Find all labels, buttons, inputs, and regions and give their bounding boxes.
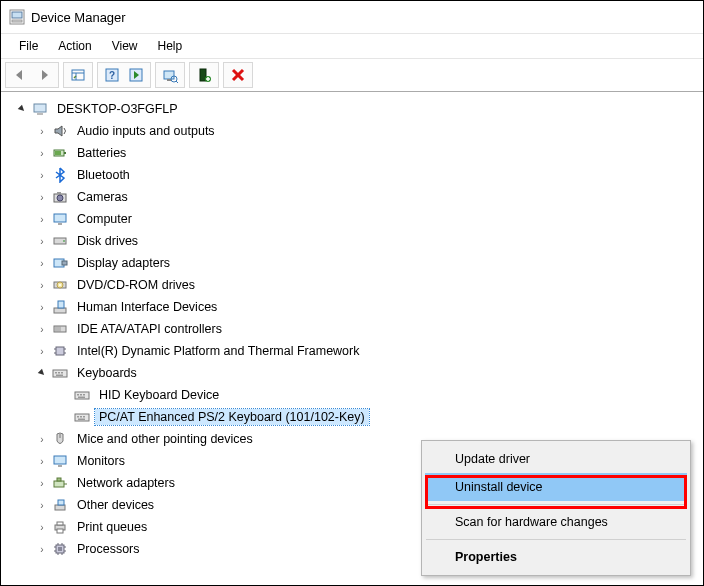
ide-icon <box>51 321 69 337</box>
svg-rect-63 <box>54 456 66 464</box>
tree-pane: DESKTOP-O3FGFLP › Audio inputs and outpu… <box>1 91 703 585</box>
svg-rect-61 <box>78 419 85 421</box>
menu-file[interactable]: File <box>9 34 48 58</box>
expander-icon[interactable]: › <box>35 498 49 512</box>
cpu-icon <box>51 541 69 557</box>
context-menu: Update driver Uninstall device Scan for … <box>421 440 691 576</box>
svg-point-25 <box>57 195 63 201</box>
svg-rect-10 <box>167 79 171 81</box>
expander-icon[interactable]: › <box>35 256 49 270</box>
tree-item-ide[interactable]: › IDE ATA/ATAPI controllers <box>7 318 703 340</box>
expander-icon[interactable] <box>35 366 49 380</box>
svg-rect-3 <box>72 70 84 80</box>
disk-icon <box>51 233 69 249</box>
menu-view[interactable]: View <box>102 34 148 58</box>
app-icon <box>9 9 25 25</box>
svg-line-12 <box>176 81 178 83</box>
expander-icon[interactable]: › <box>35 322 49 336</box>
svg-rect-22 <box>64 152 66 154</box>
tree-item-bluetooth[interactable]: › Bluetooth <box>7 164 703 186</box>
expander-icon[interactable]: › <box>35 278 49 292</box>
hid-icon <box>51 299 69 315</box>
tree-item-display[interactable]: › Display adapters <box>7 252 703 274</box>
battery-icon <box>51 145 69 161</box>
svg-text:?: ? <box>109 70 115 81</box>
menu-uninstall-device[interactable]: Uninstall device <box>425 473 687 501</box>
expander-icon[interactable] <box>15 102 29 116</box>
tree-item-keyboards[interactable]: Keyboards <box>7 362 703 384</box>
separator <box>426 539 686 540</box>
svg-rect-56 <box>78 397 85 399</box>
camera-icon <box>51 189 69 205</box>
expander-icon[interactable]: › <box>35 476 49 490</box>
monitor-icon <box>51 453 69 469</box>
tree-item-label: Human Interface Devices <box>73 299 221 315</box>
tree-item-label: Keyboards <box>73 365 141 381</box>
tree-item-hid-keyboard[interactable]: HID Keyboard Device <box>7 384 703 406</box>
tree-item-hid[interactable]: › Human Interface Devices <box>7 296 703 318</box>
menu-update-driver[interactable]: Update driver <box>425 445 687 473</box>
tree-item-label: IDE ATA/ATAPI controllers <box>73 321 226 337</box>
tree-item-label: Print queues <box>73 519 151 535</box>
other-devices-icon <box>51 497 69 513</box>
svg-rect-74 <box>58 547 62 551</box>
chipset-icon <box>51 343 69 359</box>
optical-drive-icon <box>51 277 69 293</box>
svg-point-30 <box>63 240 65 242</box>
title-bar: Device Manager <box>1 1 703 34</box>
expander-icon[interactable]: › <box>35 168 49 182</box>
tree-root[interactable]: DESKTOP-O3FGFLP <box>7 98 703 120</box>
svg-rect-48 <box>55 372 57 374</box>
expander-icon[interactable]: › <box>35 190 49 204</box>
expander-icon[interactable]: › <box>35 432 49 446</box>
svg-rect-23 <box>55 151 61 155</box>
svg-rect-2 <box>12 20 22 22</box>
show-hide-tree-button[interactable] <box>66 64 90 86</box>
action-button[interactable] <box>124 64 148 86</box>
tree-item-label: Bluetooth <box>73 167 134 183</box>
svg-rect-51 <box>56 375 63 377</box>
expander-icon[interactable]: › <box>35 300 49 314</box>
expander-icon[interactable]: › <box>35 212 49 226</box>
help-button[interactable]: ? <box>100 64 124 86</box>
uninstall-button[interactable] <box>226 64 250 86</box>
svg-rect-54 <box>80 394 82 396</box>
menu-action[interactable]: Action <box>48 34 101 58</box>
expander-icon[interactable]: › <box>35 234 49 248</box>
tree-item-label: DVD/CD-ROM drives <box>73 277 199 293</box>
expander-icon[interactable]: › <box>35 520 49 534</box>
tree-item-ps2-keyboard[interactable]: PC/AT Enhanced PS/2 Keyboard (101/102-Ke… <box>7 406 703 428</box>
tree-item-disk[interactable]: › Disk drives <box>7 230 703 252</box>
tree-item-cameras[interactable]: › Cameras <box>7 186 703 208</box>
back-button[interactable] <box>8 64 32 86</box>
separator <box>426 504 686 505</box>
svg-rect-9 <box>164 71 174 79</box>
tree-item-audio[interactable]: › Audio inputs and outputs <box>7 120 703 142</box>
tree-item-label: Other devices <box>73 497 158 513</box>
tree-item-intel-dptf[interactable]: › Intel(R) Dynamic Platform and Thermal … <box>7 340 703 362</box>
tree-item-label: Monitors <box>73 453 129 469</box>
menu-properties[interactable]: Properties <box>425 543 687 571</box>
svg-rect-68 <box>55 505 65 510</box>
scan-hardware-button[interactable] <box>158 64 182 86</box>
menu-help[interactable]: Help <box>148 34 193 58</box>
expander-icon[interactable]: › <box>35 344 49 358</box>
svg-rect-59 <box>80 416 82 418</box>
expander-icon[interactable]: › <box>35 146 49 160</box>
expander-icon[interactable]: › <box>35 454 49 468</box>
forward-button[interactable] <box>32 64 56 86</box>
add-legacy-button[interactable] <box>192 64 216 86</box>
svg-rect-71 <box>57 522 63 525</box>
tree-item-batteries[interactable]: › Batteries <box>7 142 703 164</box>
bluetooth-icon <box>51 167 69 183</box>
menu-scan-hardware[interactable]: Scan for hardware changes <box>425 508 687 536</box>
mouse-icon <box>51 431 69 447</box>
svg-rect-69 <box>58 500 64 505</box>
expander-spacer <box>57 388 71 402</box>
expander-icon[interactable]: › <box>35 542 49 556</box>
display-adapter-icon <box>51 255 69 271</box>
tree-item-dvd[interactable]: › DVD/CD-ROM drives <box>7 274 703 296</box>
expander-icon[interactable]: › <box>35 124 49 138</box>
svg-rect-32 <box>62 261 67 265</box>
tree-item-computer[interactable]: › Computer <box>7 208 703 230</box>
